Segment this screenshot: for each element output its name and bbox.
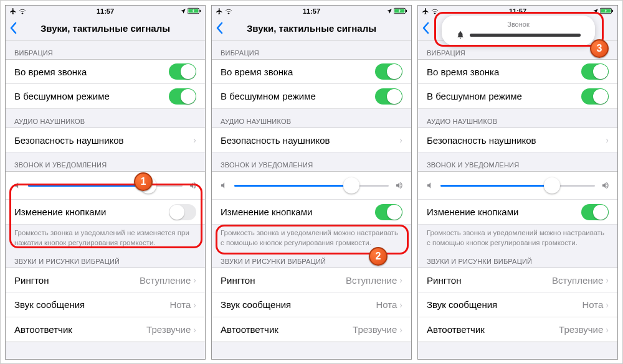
row-vibrate-silent[interactable]: В бесшумном режиме [6, 84, 205, 109]
chevron-right-icon: › [399, 135, 402, 145]
svg-rect-8 [612, 10, 613, 12]
row-text-tone[interactable]: Звук сообщения Нота › [6, 292, 205, 317]
volume-hud: Звонок [442, 16, 595, 45]
toggle-vibrate-silent[interactable] [375, 88, 402, 105]
toggle-change-with-buttons[interactable] [375, 204, 402, 220]
location-icon [180, 8, 186, 14]
row-voicemail[interactable]: АвтоответчикТрезвучие› [212, 317, 411, 342]
volume-high-icon [394, 181, 404, 190]
volume-high-icon [600, 181, 610, 190]
row-vibrate-ring[interactable]: Во время звонка [418, 59, 617, 84]
battery-icon [394, 7, 407, 14]
svg-rect-5 [406, 10, 407, 12]
volume-low-icon [219, 181, 229, 190]
row-ringtone[interactable]: Рингтон Вступление › [6, 268, 205, 292]
row-ringer-slider[interactable] [418, 171, 617, 200]
volume-low-icon [426, 181, 435, 190]
row-ringtone[interactable]: РингтонВступление› [418, 268, 617, 292]
page-title: Звуки, тактильные сигналы [212, 23, 411, 34]
section-footer-ringer: Громкость звонка и уведомлений можно нас… [212, 225, 411, 249]
back-button[interactable] [422, 22, 429, 34]
section-header-sounds: ЗВУКИ И РИСУНКИ ВИБРАЦИЙ [418, 249, 617, 268]
row-change-with-buttons[interactable]: Изменение кнопками [418, 200, 617, 225]
page-title: Звуки, тактильные сигналы [6, 23, 205, 34]
toggle-vibrate-ring[interactable] [375, 63, 402, 80]
chevron-right-icon: › [399, 325, 402, 335]
battery-icon [600, 7, 614, 14]
row-vibrate-silent[interactable]: В бесшумном режиме [212, 84, 411, 109]
section-footer-ringer: Громкость звонка и уведомлений можно нас… [418, 225, 617, 249]
section-header-sounds: ЗВУКИ И РИСУНКИ ВИБРАЦИЙ [6, 249, 205, 268]
section-footer-ringer: Громкость звонка и уведомлений не изменя… [6, 225, 205, 249]
section-header-headphones: АУДИО НАУШНИКОВ [418, 109, 617, 128]
volume-high-icon [188, 181, 197, 190]
row-change-with-buttons[interactable]: Изменение кнопками [6, 200, 205, 225]
chevron-right-icon: › [193, 300, 196, 310]
row-voicemail[interactable]: Автоответчик Трезвучие › [6, 317, 205, 342]
toggle-vibrate-silent[interactable] [169, 88, 196, 105]
volume-hud-bar [470, 34, 581, 37]
chevron-right-icon: › [193, 325, 196, 335]
toggle-vibrate-ring[interactable] [169, 63, 196, 80]
ringer-volume-slider[interactable] [234, 176, 389, 195]
toggle-change-with-buttons[interactable] [169, 204, 196, 220]
chevron-right-icon: › [606, 135, 609, 145]
section-header-sounds: ЗВУКИ И РИСУНКИ ВИБРАЦИЙ [212, 249, 411, 268]
chevron-right-icon: › [399, 275, 402, 285]
toggle-change-with-buttons[interactable] [581, 204, 609, 220]
nav-bar: Звуки, тактильные сигналы [6, 18, 205, 40]
section-header-headphones: АУДИО НАУШНИКОВ [6, 109, 205, 128]
battery-icon [188, 7, 201, 14]
location-icon [592, 8, 599, 14]
ringer-volume-slider[interactable] [28, 176, 183, 195]
chevron-right-icon: › [606, 325, 609, 335]
row-headphone-safety[interactable]: Безопасность наушников› [418, 128, 617, 152]
ringer-volume-slider[interactable] [440, 176, 595, 195]
svg-rect-2 [199, 10, 201, 12]
toggle-vibrate-ring[interactable] [581, 63, 609, 80]
row-text-tone[interactable]: Звук сообщенияНота› [212, 292, 411, 317]
row-headphone-safety[interactable]: Безопасность наушников› [212, 128, 411, 152]
chevron-right-icon: › [193, 135, 196, 145]
section-header-vibration: ВИБРАЦИЯ [6, 40, 205, 59]
screenshot-panel-3: 11:57 ВИБРАЦИЯ Во время звонка В бесшумн… [417, 5, 618, 360]
row-headphone-safety[interactable]: Безопасность наушников › [6, 128, 205, 152]
bell-icon [456, 30, 465, 39]
row-ringtone[interactable]: РингтонВступление› [212, 268, 411, 292]
status-right [180, 7, 201, 14]
section-header-headphones: АУДИО НАУШНИКОВ [212, 109, 411, 128]
section-header-ringer: ЗВОНОК И УВЕДОМЛЕНИЯ [6, 152, 205, 171]
volume-hud-title: Звонок [507, 21, 530, 28]
toggle-vibrate-silent[interactable] [581, 88, 609, 105]
row-vibrate-ring[interactable]: Во время звонка [6, 59, 205, 84]
screenshot-panel-1: 11:57 Звуки, тактильные сигналы ВИБРАЦИЯ… [5, 5, 206, 360]
row-ringer-slider[interactable] [6, 171, 205, 200]
nav-bar: Звуки, тактильные сигналы [212, 18, 411, 40]
chevron-right-icon: › [193, 275, 196, 285]
status-time: 11:57 [212, 7, 411, 15]
row-text-tone[interactable]: Звук сообщенияНота› [418, 292, 617, 317]
location-icon [386, 8, 392, 14]
section-header-vibration: ВИБРАЦИЯ [212, 40, 411, 59]
row-vibrate-ring[interactable]: Во время звонка [212, 59, 411, 84]
chevron-right-icon: › [399, 300, 402, 310]
screenshot-panel-2: 11:57 Звуки, тактильные сигналы ВИБРАЦИЯ… [211, 5, 412, 360]
status-time: 11:57 [6, 7, 205, 15]
status-bar: 11:57 [212, 6, 411, 18]
status-time: 11:57 [418, 7, 617, 15]
chevron-right-icon: › [606, 275, 609, 285]
row-voicemail[interactable]: АвтоответчикТрезвучие› [418, 317, 617, 342]
row-ringer-slider[interactable] [212, 171, 411, 200]
section-header-ringer: ЗВОНОК И УВЕДОМЛЕНИЯ [212, 152, 411, 171]
chevron-right-icon: › [606, 300, 609, 310]
volume-low-icon [13, 181, 23, 190]
row-vibrate-silent[interactable]: В бесшумном режиме [418, 84, 617, 109]
status-bar: 11:57 [6, 6, 205, 18]
section-header-ringer: ЗВОНОК И УВЕДОМЛЕНИЯ [418, 152, 617, 171]
row-change-with-buttons[interactable]: Изменение кнопками [212, 200, 411, 225]
